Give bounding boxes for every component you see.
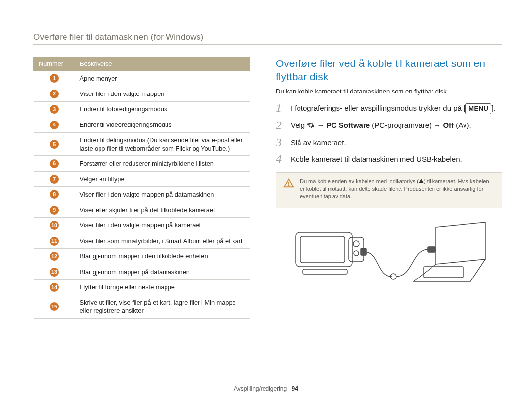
table-row: 10Viser filer i den valgte mappen på kam… bbox=[34, 217, 250, 233]
col-beskrivelse: Beskrivelse bbox=[75, 57, 250, 71]
footer-label: Avspilling/redigering bbox=[234, 385, 287, 392]
step-text: Slå av kameraet. bbox=[291, 136, 346, 149]
warning-text: Du må koble enden av kabelen med indikat… bbox=[300, 178, 495, 201]
row-desc: Forstørrer eller reduserer miniatyrbilde… bbox=[75, 156, 250, 171]
svg-point-6 bbox=[354, 251, 359, 256]
section-title: Overføre filer til datamaskinen (for Win… bbox=[33, 32, 502, 42]
row-desc: Endrer til delingsmodus (Du kan sende fi… bbox=[75, 132, 250, 156]
number-badge-3: 3 bbox=[50, 105, 59, 114]
page-footer: Avspilling/redigering 94 bbox=[0, 385, 532, 392]
step-4: 4 Koble kameraet til datamaskinen med US… bbox=[276, 153, 502, 165]
row-desc: Flytter til forrige eller neste mappe bbox=[75, 279, 250, 295]
column-right: Overføre filer ved å koble til kameraet … bbox=[276, 57, 502, 319]
connection-illustration bbox=[276, 215, 502, 299]
table-row: 13Blar gjennom mapper på datamaskinen bbox=[34, 264, 250, 279]
step-text: Koble kameraet til datamaskinen med USB-… bbox=[291, 153, 462, 165]
intro-text: Du kan koble kameraet til datamaskinen s… bbox=[276, 88, 502, 95]
step-3: 3 Slå av kameraet. bbox=[276, 136, 502, 149]
row-desc: Blar gjennom mapper på datamaskinen bbox=[75, 264, 250, 279]
step-number: 2 bbox=[276, 119, 285, 131]
section-rule bbox=[33, 44, 502, 45]
number-badge-2: 2 bbox=[50, 90, 59, 98]
table-row: 14Flytter til forrige eller neste mappe bbox=[34, 279, 250, 295]
svg-rect-7 bbox=[303, 269, 347, 274]
row-desc: Viser filer som miniatyrbilder, i Smart … bbox=[75, 233, 250, 248]
arrow: → bbox=[317, 121, 327, 129]
gear-icon bbox=[307, 122, 315, 129]
number-badge-13: 13 bbox=[50, 268, 59, 277]
heading-transfer: Overføre filer ved å koble til kameraet … bbox=[276, 57, 502, 84]
step-2: 2 Velg → PC Software (PC-programvare) → … bbox=[276, 119, 502, 131]
step-text: Velg → PC Software (PC-programvare) → Of… bbox=[291, 119, 471, 131]
off-paren: (Av). bbox=[456, 121, 471, 129]
pc-software-bold: PC Software bbox=[327, 121, 370, 129]
step-1: 1 I fotograferings- eller avspillingsmod… bbox=[276, 102, 502, 115]
row-desc: Viser filer i den valgte mappen bbox=[75, 86, 250, 101]
row-desc: Velger en filtype bbox=[75, 171, 250, 186]
svg-rect-8 bbox=[361, 248, 366, 255]
steps-list: 1 I fotograferings- eller avspillingsmod… bbox=[276, 102, 502, 165]
table-row: 6Forstørrer eller reduserer miniatyrbild… bbox=[34, 156, 250, 171]
number-badge-14: 14 bbox=[50, 283, 59, 292]
number-badge-10: 10 bbox=[50, 221, 59, 230]
step-number: 1 bbox=[276, 102, 285, 114]
menu-button-icon: MENU bbox=[466, 103, 491, 115]
number-badge-6: 6 bbox=[50, 159, 59, 168]
number-badge-9: 9 bbox=[50, 206, 59, 215]
table-row: 8Viser filer i den valgte mappen på data… bbox=[34, 187, 250, 202]
warn-a: Du må koble enden av kabelen med indikat… bbox=[300, 178, 419, 184]
column-left: Nummer Beskrivelse 1Åpne menyer 2Viser f… bbox=[33, 57, 250, 319]
legend-table: Nummer Beskrivelse 1Åpne menyer 2Viser f… bbox=[33, 57, 250, 319]
svg-rect-10 bbox=[428, 247, 435, 252]
col-nummer: Nummer bbox=[34, 57, 75, 71]
row-desc: Skrive ut filer, vise filer på et kart, … bbox=[75, 295, 250, 319]
number-badge-15: 15 bbox=[50, 302, 59, 311]
table-row: 11Viser filer som miniatyrbilder, i Smar… bbox=[34, 233, 250, 248]
row-desc: Endrer til videoredigeringsmodus bbox=[75, 117, 250, 132]
row-desc: Viser filer i den valgte mappen på datam… bbox=[75, 187, 250, 202]
table-row: 12Blar gjennom mapper i den tilkoblede e… bbox=[34, 248, 250, 264]
columns: Nummer Beskrivelse 1Åpne menyer 2Viser f… bbox=[33, 57, 502, 319]
svg-point-5 bbox=[353, 241, 359, 247]
table-row: 3Endrer til fotoredigeringsmodus bbox=[34, 101, 250, 117]
table-row: 7Velger en filtype bbox=[34, 171, 250, 186]
warning-box: Du må koble enden av kabelen med indikat… bbox=[276, 172, 502, 209]
svg-point-1 bbox=[288, 185, 289, 186]
table-row: 9Viser eller skjuler filer på det tilkob… bbox=[34, 202, 250, 217]
table-row: 1Åpne menyer bbox=[34, 71, 250, 86]
number-badge-11: 11 bbox=[50, 237, 59, 246]
row-desc: Viser eller skjuler filer på det tilkobl… bbox=[75, 202, 250, 217]
table-row: 4Endrer til videoredigeringsmodus bbox=[34, 117, 250, 132]
step-text-a: I fotograferings- eller avspillingsmodus… bbox=[291, 104, 462, 112]
pc-software-paren: (PC-programvare) → bbox=[372, 121, 443, 129]
page: Overføre filer til datamaskinen (for Win… bbox=[0, 0, 532, 401]
number-badge-7: 7 bbox=[50, 175, 59, 184]
off-bold: Off bbox=[443, 121, 454, 129]
number-badge-1: 1 bbox=[50, 74, 59, 83]
number-badge-4: 4 bbox=[50, 121, 59, 129]
row-desc: Blar gjennom mapper i den tilkoblede enh… bbox=[75, 248, 250, 264]
svg-rect-11 bbox=[424, 267, 463, 278]
svg-rect-2 bbox=[296, 232, 352, 267]
table-row: 2Viser filer i den valgte mappen bbox=[34, 86, 250, 101]
number-badge-5: 5 bbox=[50, 140, 59, 149]
step-number: 3 bbox=[276, 136, 285, 148]
page-number: 94 bbox=[292, 385, 298, 392]
step-text-a: Velg bbox=[291, 121, 307, 129]
table-row: 5Endrer til delingsmodus (Du kan sende f… bbox=[34, 132, 250, 156]
row-desc: Åpne menyer bbox=[75, 71, 250, 86]
row-desc: Viser filer i den valgte mappen på kamer… bbox=[75, 217, 250, 233]
number-badge-8: 8 bbox=[50, 190, 59, 199]
indicator-arrow-icon bbox=[419, 179, 424, 183]
warning-icon bbox=[283, 178, 294, 201]
step-text: I fotograferings- eller avspillingsmodus… bbox=[291, 102, 496, 115]
table-row: 15Skrive ut filer, vise filer på et kart… bbox=[34, 295, 250, 319]
svg-rect-3 bbox=[300, 236, 345, 263]
row-desc: Endrer til fotoredigeringsmodus bbox=[75, 101, 250, 117]
step-text-b: . bbox=[494, 104, 496, 112]
number-badge-12: 12 bbox=[50, 252, 59, 261]
step-number: 4 bbox=[276, 153, 285, 165]
